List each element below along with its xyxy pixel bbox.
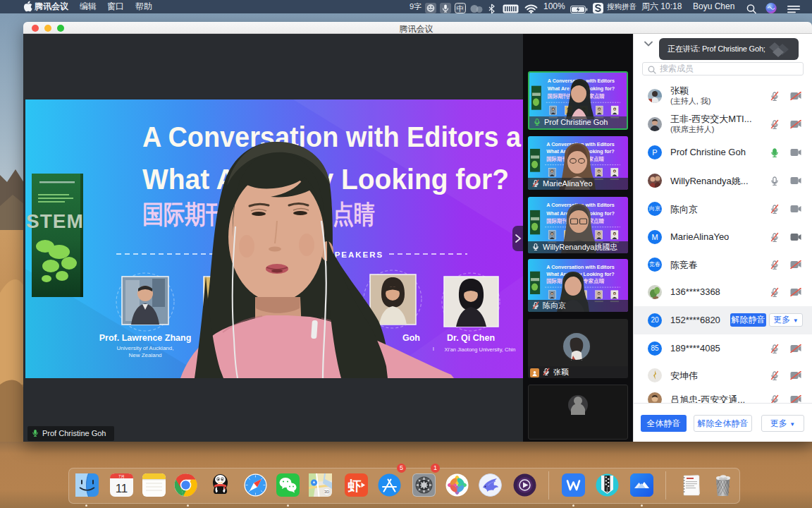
svg-text:STEM: STEM: [26, 210, 84, 232]
svg-text:SPEAKERS: SPEAKERS: [328, 250, 383, 259]
svg-text:Dr. Qi Chen: Dr. Qi Chen: [447, 333, 495, 343]
svg-text:Prof. Lawrence Zhang: Prof. Lawrence Zhang: [99, 333, 192, 343]
svg-text:Xi'an Jiaotong University, Chi: Xi'an Jiaotong University, Chin: [445, 346, 516, 353]
svg-text:中: 中: [457, 4, 465, 13]
svg-text:Goh: Goh: [402, 333, 420, 343]
svg-text:l: l: [433, 346, 434, 352]
svg-text:7月: 7月: [118, 474, 125, 479]
svg-text:University of Auckland,: University of Auckland,: [117, 345, 174, 351]
svg-text:11: 11: [115, 482, 128, 495]
svg-text:虾: 虾: [347, 478, 361, 493]
svg-text:3D: 3D: [324, 490, 329, 494]
svg-text:A Conversation with Editors a: A Conversation with Editors a: [142, 121, 522, 152]
svg-text:New Zealand: New Zealand: [128, 352, 161, 358]
